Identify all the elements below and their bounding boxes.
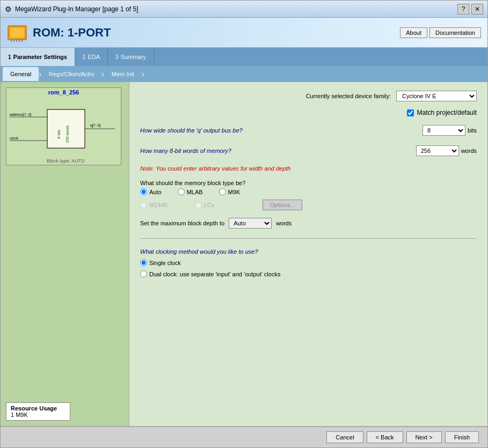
device-family-label: Currently selected device family: <box>306 93 391 99</box>
svg-rect-1 <box>10 28 24 38</box>
q-bus-row: How wide should the 'q' output bus be? 8… <box>140 124 477 137</box>
block-type-label: Block type: AUTO <box>9 158 123 164</box>
window-icon: ⚙ <box>5 5 12 13</box>
svg-text:8 bits: 8 bits <box>57 129 61 138</box>
finish-button[interactable]: Finish <box>445 431 479 443</box>
tab-parameter-settings[interactable]: 1 Parameter Settings <box>1 48 75 66</box>
about-button[interactable]: About <box>400 27 427 38</box>
device-family-row: Currently selected device family: Cyclon… <box>140 91 477 101</box>
radio-m144k[interactable]: M144K <box>140 202 168 209</box>
left-panel: rom_8_256 address[7..0] clock 8 bits 256… <box>1 82 129 426</box>
depth-label-suffix: words <box>276 220 292 226</box>
tab-summary[interactable]: 3 Summary <box>108 48 154 66</box>
note-row: Note: You could enter arbitrary values f… <box>140 165 477 172</box>
memory-block-options-2: M144K LCs Options... <box>140 200 477 210</box>
radio-lcs[interactable]: LCs <box>195 202 215 209</box>
sub-tab-mem-init[interactable]: Mem Init <box>104 67 142 81</box>
block-svg: address[7..0] clock 8 bits 256 words q[7… <box>9 98 116 162</box>
q-bus-select[interactable]: 8 16 32 <box>423 125 465 136</box>
divider <box>140 238 477 239</box>
radio-mlab[interactable]: MLAB <box>178 188 203 195</box>
match-label: Match project/default <box>417 109 477 116</box>
clock-dual[interactable]: Dual clock: use separate 'input' and 'ou… <box>140 270 477 277</box>
cancel-button[interactable]: Cancel <box>326 431 363 443</box>
radio-auto[interactable]: Auto <box>140 188 162 195</box>
right-panel: Currently selected device family: Cyclon… <box>129 82 487 426</box>
words-select[interactable]: 256 512 1024 <box>416 145 459 156</box>
device-family-select[interactable]: Cyclone IV E <box>396 91 477 101</box>
resource-label: Resource Usage <box>11 405 65 412</box>
depth-row: Set the maximum block depth to Auto 128 … <box>140 218 477 229</box>
block-title: rom_8_256 <box>9 89 119 96</box>
clock-question: What clocking method would you like to u… <box>140 248 477 255</box>
clocking-section: What clocking method would you like to u… <box>140 248 477 277</box>
tab-eda[interactable]: 2 EDA <box>75 48 108 66</box>
sub-tab-general[interactable]: General <box>3 67 39 81</box>
documentation-button[interactable]: Documentation <box>429 27 481 38</box>
q-bus-question: How wide should the 'q' output bus be? <box>140 127 243 134</box>
q-bus-unit: bits <box>468 127 477 134</box>
match-checkbox[interactable] <box>407 109 414 116</box>
block-diagram: rom_8_256 address[7..0] clock 8 bits 256… <box>6 87 121 165</box>
bottom-bar: Cancel < Back Next > Finish <box>1 426 487 447</box>
words-unit: words <box>461 148 477 154</box>
svg-text:q[7..0]: q[7..0] <box>90 123 101 128</box>
arrow-icon-3: › <box>142 70 144 78</box>
words-question: How many 8-bit words of memory? <box>140 148 231 154</box>
main-tabs: 1 Parameter Settings 2 EDA 3 Summary <box>1 48 487 66</box>
sub-tabs: General › Regs/Clken/Aclrs › Mem Init › <box>1 66 487 82</box>
svg-text:address[7..0]: address[7..0] <box>10 113 32 117</box>
depth-select[interactable]: Auto 128 256 512 <box>229 218 272 229</box>
depth-label-prefix: Set the maximum block depth to <box>140 220 224 226</box>
title-bar: ⚙ MegaWizard Plug-In Manager [page 1 of … <box>1 1 487 18</box>
sub-tab-regs[interactable]: Regs/Clken/Aclrs <box>41 67 101 81</box>
clock-single[interactable]: Single clock <box>140 259 477 266</box>
next-button[interactable]: Next > <box>406 431 442 443</box>
svg-text:256 words: 256 words <box>65 125 69 143</box>
window-title: MegaWizard Plug-In Manager [page 1 of 5] <box>15 5 138 13</box>
note-text: Note: You could enter arbitrary values f… <box>140 165 290 172</box>
options-button[interactable]: Options... <box>263 200 302 210</box>
memory-block-question: What should the memory block type be? <box>140 180 477 186</box>
header-title: ROM: 1-PORT <box>33 26 111 40</box>
memory-block-section: What should the memory block type be? Au… <box>140 180 477 210</box>
words-row: How many 8-bit words of memory? 256 512 … <box>140 144 477 157</box>
svg-text:clock: clock <box>10 136 18 140</box>
resource-box: Resource Usage 1 M9K <box>6 402 70 421</box>
header: ROM: 1-PORT About Documentation <box>1 18 487 48</box>
close-button[interactable]: ✕ <box>471 4 483 14</box>
rom-icon <box>7 23 27 43</box>
help-button[interactable]: ? <box>457 4 469 14</box>
match-row: Match project/default <box>140 109 477 116</box>
radio-m9k[interactable]: M9K <box>219 188 241 195</box>
resource-value: 1 M9K <box>11 412 65 418</box>
back-button[interactable]: < Back <box>367 431 403 443</box>
memory-block-options: Auto MLAB M9K <box>140 188 477 195</box>
